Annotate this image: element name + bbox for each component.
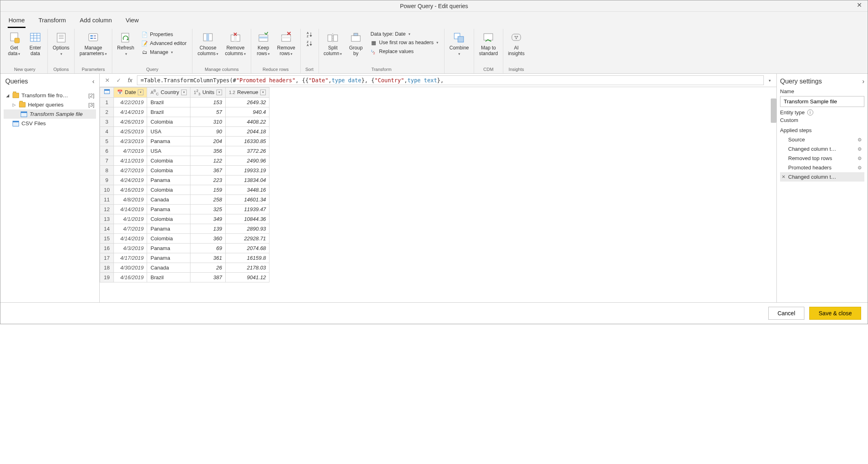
data-type-button[interactable]: Data type: Date ▾ xyxy=(369,30,440,38)
row-number[interactable]: 14 xyxy=(100,224,114,233)
cell-units[interactable]: 122 xyxy=(190,156,226,165)
cell-country[interactable]: Colombia xyxy=(147,214,190,224)
cell-units[interactable]: 361 xyxy=(190,253,226,263)
row-number[interactable]: 11 xyxy=(100,195,114,204)
cell-date[interactable]: 4/3/2019 xyxy=(114,243,147,253)
cancel-button[interactable]: Cancel xyxy=(768,307,805,320)
row-number[interactable]: 4 xyxy=(100,126,114,136)
row-number[interactable]: 7 xyxy=(100,156,114,165)
combine-button[interactable]: Combine▾ xyxy=(447,30,471,58)
table-row[interactable]: 74/11/2019Colombia1222490.96 xyxy=(100,156,269,165)
cell-date[interactable]: 4/25/2019 xyxy=(114,126,147,136)
cell-units[interactable]: 367 xyxy=(190,165,226,175)
keep-rows-button[interactable]: Keep rows▾ xyxy=(254,30,273,58)
cell-country[interactable]: Panama xyxy=(147,224,190,233)
save-close-button[interactable]: Save & close xyxy=(809,307,861,320)
tab-add-column[interactable]: Add column xyxy=(79,15,113,28)
table-row[interactable]: 104/16/2019Colombia1593448.16 xyxy=(100,185,269,195)
tab-transform[interactable]: Transform xyxy=(38,15,67,28)
row-number[interactable]: 2 xyxy=(100,107,114,117)
scrollbar-thumb[interactable] xyxy=(771,98,776,123)
cell-revenue[interactable]: 3772.26 xyxy=(226,146,269,156)
row-number[interactable]: 18 xyxy=(100,263,114,272)
cell-revenue[interactable]: 3448.16 xyxy=(226,185,269,195)
table-row[interactable]: 184/30/2019Canada262178.03 xyxy=(100,263,269,272)
table-row[interactable]: 114/8/2019Canada25814601.34 xyxy=(100,195,269,204)
table-row[interactable]: 24/14/2019Brazil57940.4 xyxy=(100,107,269,117)
table-row[interactable]: 94/24/2019Panama22313834.04 xyxy=(100,175,269,185)
cell-revenue[interactable]: 4408.22 xyxy=(226,117,269,126)
table-row[interactable]: 174/17/2019Panama36116159.8 xyxy=(100,253,269,263)
map-to-standard-button[interactable]: Map to standard xyxy=(477,30,500,58)
gear-icon[interactable]: ⚙ xyxy=(857,146,862,152)
split-column-button[interactable]: Split column▾ xyxy=(321,30,345,58)
sort-asc-button[interactable]: AZ xyxy=(305,30,314,38)
info-icon[interactable]: i xyxy=(807,109,813,115)
cell-date[interactable]: 4/7/2019 xyxy=(114,224,147,233)
cell-units[interactable]: 153 xyxy=(190,97,226,107)
applied-step[interactable]: Changed column t… xyxy=(780,172,864,182)
expand-arrow-icon[interactable]: ◢ xyxy=(6,93,10,98)
gear-icon[interactable]: ⚙ xyxy=(857,165,862,171)
cell-units[interactable]: 90 xyxy=(190,126,226,136)
cell-units[interactable]: 26 xyxy=(190,263,226,272)
row-number[interactable]: 9 xyxy=(100,175,114,185)
cell-revenue[interactable]: 13834.04 xyxy=(226,175,269,185)
cell-country[interactable]: Panama xyxy=(147,243,190,253)
row-number[interactable]: 10 xyxy=(100,185,114,195)
remove-rows-button[interactable]: Remove rows▾ xyxy=(275,30,298,58)
advanced-editor-button[interactable]: 📝Advanced editor xyxy=(140,39,188,47)
cell-date[interactable]: 4/24/2019 xyxy=(114,175,147,185)
column-header[interactable]: 📅Date▾ xyxy=(114,88,147,98)
table-row[interactable]: 134/1/2019Colombia34910844.36 xyxy=(100,214,269,224)
column-header[interactable]: 123Units▾ xyxy=(190,88,226,98)
row-number[interactable]: 16 xyxy=(100,243,114,253)
cell-date[interactable]: 4/23/2019 xyxy=(114,136,147,146)
column-filter-icon[interactable]: ▾ xyxy=(181,90,187,95)
cell-date[interactable]: 4/27/2019 xyxy=(114,165,147,175)
row-number[interactable]: 17 xyxy=(100,253,114,263)
cell-country[interactable]: Brazil xyxy=(147,107,190,117)
cell-country[interactable]: Panama xyxy=(147,204,190,214)
cell-date[interactable]: 4/22/2019 xyxy=(114,97,147,107)
cell-units[interactable]: 57 xyxy=(190,107,226,117)
cell-country[interactable]: Colombia xyxy=(147,185,190,195)
close-icon[interactable]: ✕ xyxy=(853,1,865,9)
query-item[interactable]: ▷Helper queries[3] xyxy=(4,100,96,109)
cell-country[interactable]: Panama xyxy=(147,253,190,263)
manage-parameters-button[interactable]: Manage parameters▾ xyxy=(77,30,109,58)
enter-data-button[interactable]: Enter data xyxy=(26,30,45,58)
cell-country[interactable]: Canada xyxy=(147,263,190,272)
cell-revenue[interactable]: 2044.18 xyxy=(226,126,269,136)
cell-revenue[interactable]: 2649.32 xyxy=(226,97,269,107)
row-number[interactable]: 13 xyxy=(100,214,114,224)
cell-date[interactable]: 4/14/2019 xyxy=(114,107,147,117)
cell-revenue[interactable]: 2074.68 xyxy=(226,243,269,253)
cell-date[interactable]: 4/8/2019 xyxy=(114,195,147,204)
cell-revenue[interactable]: 16159.8 xyxy=(226,253,269,263)
cell-units[interactable]: 223 xyxy=(190,175,226,185)
refresh-button[interactable]: Refresh▾ xyxy=(115,30,137,58)
column-filter-icon[interactable]: ▾ xyxy=(138,90,143,95)
cell-units[interactable]: 325 xyxy=(190,204,226,214)
query-name-input[interactable] xyxy=(780,96,864,107)
cell-date[interactable]: 4/30/2019 xyxy=(114,263,147,272)
cell-revenue[interactable]: 14601.34 xyxy=(226,195,269,204)
row-number[interactable]: 5 xyxy=(100,136,114,146)
data-grid[interactable]: 📅Date▾ABCCountry▾123Units▾1.2Revenue▾14/… xyxy=(100,87,776,302)
tab-view[interactable]: View xyxy=(125,15,139,28)
cell-country[interactable]: Colombia xyxy=(147,233,190,243)
cell-date[interactable]: 4/1/2019 xyxy=(114,214,147,224)
cell-revenue[interactable]: 19933.19 xyxy=(226,165,269,175)
applied-step[interactable]: Changed column t…⚙ xyxy=(780,144,864,154)
cell-revenue[interactable]: 2890.93 xyxy=(226,224,269,233)
ai-insights-button[interactable]: AI insights xyxy=(506,30,527,58)
table-row[interactable]: 14/22/2019Brazil1532649.32 xyxy=(100,97,269,107)
row-number[interactable]: 8 xyxy=(100,165,114,175)
row-number[interactable]: 1 xyxy=(100,97,114,107)
query-item[interactable]: CSV Files xyxy=(4,119,96,128)
manage-button[interactable]: 🗂Manage ▾ xyxy=(140,48,188,56)
table-row[interactable]: 54/23/2019Panama20416330.85 xyxy=(100,136,269,146)
cell-units[interactable]: 204 xyxy=(190,136,226,146)
cell-units[interactable]: 159 xyxy=(190,185,226,195)
